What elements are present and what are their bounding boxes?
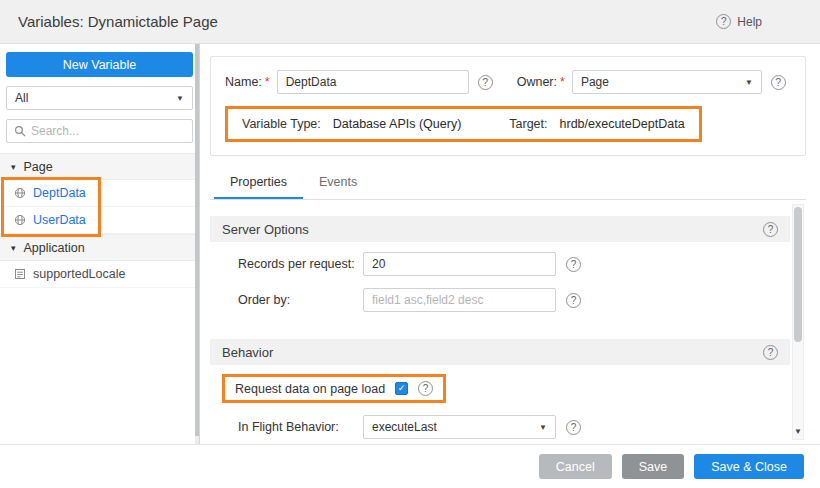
tree-item-label: UserData	[33, 213, 86, 227]
required-asterisk: *	[265, 75, 270, 89]
request-data-checkbox[interactable]: ✓	[395, 382, 408, 395]
tree-item-label: DeptData	[33, 186, 86, 200]
behavior-title: Behavior	[222, 345, 273, 360]
orderby-help-icon[interactable]: ?	[566, 293, 581, 308]
caret-down-icon: ▾	[11, 162, 16, 172]
main-scrollbar[interactable]: ▼	[792, 204, 804, 440]
records-input[interactable]	[363, 252, 556, 276]
service-variable-icon	[14, 214, 26, 226]
order-by-row: Order by: ?	[238, 288, 790, 312]
tree-item-deptdata[interactable]: DeptData	[0, 180, 199, 207]
tree-item-supportedlocale[interactable]: supportedLocale	[0, 261, 199, 288]
name-help-icon[interactable]: ?	[478, 75, 493, 90]
server-options-title: Server Options	[222, 222, 309, 237]
owner-select[interactable]: Page ▼	[572, 70, 762, 94]
target-pair: Target: hrdb/executeDeptData	[509, 117, 684, 131]
inflight-behavior-row: In Flight Behavior: executeLast ▼ ?	[238, 415, 790, 439]
model-variable-icon	[14, 268, 26, 280]
save-close-button[interactable]: Save & Close	[694, 454, 804, 479]
page-variables-list: DeptData UserData	[0, 180, 199, 234]
tab-properties[interactable]: Properties	[214, 166, 303, 199]
tree-group-page-label: Page	[24, 160, 53, 174]
variable-filter-select[interactable]: All ▼	[6, 86, 193, 110]
target-value: hrdb/executeDeptData	[560, 117, 685, 131]
search-icon	[14, 125, 26, 137]
main-panel: Name: * ? Owner: * Page ▼ ?	[200, 44, 820, 444]
scroll-down-icon[interactable]: ▼	[793, 427, 803, 439]
page-title: Variables: Dynamictable Page	[18, 13, 218, 30]
properties-sections: Server Options ? Records per request: ? …	[210, 200, 790, 439]
tree-group-application[interactable]: ▾ Application	[0, 234, 199, 261]
owner-label: Owner:	[517, 75, 557, 89]
orderby-input[interactable]	[363, 288, 556, 312]
tree-group-page[interactable]: ▾ Page	[0, 153, 199, 180]
help-icon: ?	[716, 14, 731, 29]
variable-filter-value: All	[15, 91, 28, 105]
inflight-select[interactable]: executeLast ▼	[363, 415, 556, 439]
search-input[interactable]	[31, 124, 185, 138]
chevron-down-icon: ▼	[533, 423, 547, 432]
header: Variables: Dynamictable Page ? Help	[0, 0, 820, 44]
section-server-options: Server Options ?	[210, 216, 790, 242]
owner-help-icon[interactable]: ?	[771, 75, 786, 90]
owner-select-value: Page	[581, 75, 609, 89]
annotation-box-type-target: Variable Type: Database APIs (Query) Tar…	[225, 106, 702, 142]
help-label: Help	[737, 15, 762, 29]
main-scrollbar-thumb[interactable]	[794, 207, 802, 342]
sidebar-scrollbar-thumb[interactable]	[195, 44, 199, 436]
section-behavior: Behavior ?	[210, 339, 790, 365]
variable-tree: ▾ Page DeptData	[0, 153, 199, 288]
cancel-button[interactable]: Cancel	[539, 454, 612, 479]
tree-item-label: supportedLocale	[33, 267, 125, 281]
save-button[interactable]: Save	[622, 454, 685, 479]
sidebar: New Variable All ▼ ▾ Page	[0, 44, 200, 444]
inflight-select-value: executeLast	[372, 420, 437, 434]
chevron-down-icon: ▼	[170, 94, 184, 103]
name-label: Name:	[225, 75, 262, 89]
records-help-icon[interactable]: ?	[566, 257, 581, 272]
new-variable-button[interactable]: New Variable	[6, 52, 193, 77]
annotation-box-request-data: Request data on page load ✓ ?	[222, 374, 446, 403]
sidebar-scrollbar[interactable]	[195, 44, 199, 444]
footer-bar: Cancel Save Save & Close	[0, 444, 820, 488]
tab-bar: Properties Events	[210, 166, 806, 200]
content-area: New Variable All ▼ ▾ Page	[0, 44, 820, 444]
request-data-help-icon[interactable]: ?	[418, 381, 433, 396]
help-button[interactable]: ? Help	[716, 14, 762, 29]
variable-summary-panel: Name: * ? Owner: * Page ▼ ?	[210, 56, 806, 156]
name-input[interactable]	[277, 70, 469, 94]
owner-group: Owner: * Page ▼	[517, 70, 762, 94]
caret-down-icon: ▾	[11, 243, 16, 253]
search-box	[6, 119, 193, 143]
request-data-label: Request data on page load	[235, 382, 385, 396]
variables-dialog: Variables: Dynamictable Page ? Help New …	[0, 0, 820, 488]
server-options-help-icon[interactable]: ?	[763, 222, 778, 237]
inflight-label: In Flight Behavior:	[238, 420, 363, 434]
service-variable-icon	[14, 187, 26, 199]
check-icon: ✓	[398, 384, 406, 393]
behavior-help-icon[interactable]: ?	[763, 345, 778, 360]
variable-type-pair: Variable Type: Database APIs (Query)	[242, 117, 461, 131]
chevron-down-icon: ▼	[739, 78, 753, 87]
name-owner-row: Name: * ? Owner: * Page ▼ ?	[225, 70, 791, 94]
orderby-label: Order by:	[238, 293, 363, 307]
required-asterisk: *	[560, 75, 565, 89]
tree-group-application-label: Application	[24, 241, 85, 255]
records-per-request-row: Records per request: ?	[238, 252, 790, 276]
target-label: Target:	[509, 117, 547, 131]
variable-type-value: Database APIs (Query)	[333, 117, 462, 131]
records-label: Records per request:	[238, 257, 363, 271]
variable-type-label: Variable Type:	[242, 117, 321, 131]
tab-events[interactable]: Events	[303, 166, 373, 199]
tree-item-userdata[interactable]: UserData	[0, 207, 199, 234]
inflight-help-icon[interactable]: ?	[566, 420, 581, 435]
